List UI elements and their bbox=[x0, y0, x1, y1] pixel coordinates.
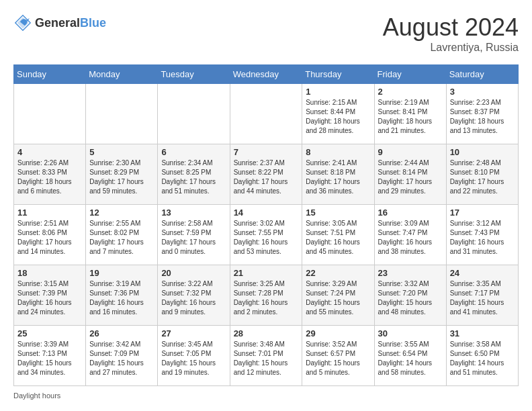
day-number: 1 bbox=[306, 87, 370, 97]
calendar-week-row: 4Sunrise: 2:26 AM Sunset: 8:33 PM Daylig… bbox=[14, 144, 519, 205]
day-info: Sunrise: 2:55 AM Sunset: 8:02 PM Dayligh… bbox=[89, 219, 154, 257]
footer-note: Daylight hours bbox=[13, 392, 60, 400]
day-number: 2 bbox=[378, 87, 443, 97]
calendar-cell: 19Sunrise: 3:19 AM Sunset: 7:36 PM Dayli… bbox=[86, 265, 158, 326]
calendar-day-header: Tuesday bbox=[158, 65, 230, 84]
day-info: Sunrise: 2:26 AM Sunset: 8:33 PM Dayligh… bbox=[17, 158, 82, 196]
day-info: Sunrise: 2:30 AM Sunset: 8:29 PM Dayligh… bbox=[89, 158, 154, 196]
calendar-cell: 1Sunrise: 2:15 AM Sunset: 8:44 PM Daylig… bbox=[302, 84, 374, 144]
logo-icon bbox=[13, 13, 32, 32]
calendar-week-row: 18Sunrise: 3:15 AM Sunset: 7:39 PM Dayli… bbox=[14, 265, 519, 326]
day-number: 21 bbox=[234, 268, 299, 278]
calendar-cell: 7Sunrise: 2:37 AM Sunset: 8:22 PM Daylig… bbox=[230, 144, 302, 205]
calendar-cell: 26Sunrise: 3:42 AM Sunset: 7:09 PM Dayli… bbox=[86, 326, 158, 386]
calendar-cell: 20Sunrise: 3:22 AM Sunset: 7:32 PM Dayli… bbox=[158, 265, 230, 326]
day-info: Sunrise: 2:23 AM Sunset: 8:37 PM Dayligh… bbox=[450, 98, 515, 136]
calendar-week-row: 25Sunrise: 3:39 AM Sunset: 7:13 PM Dayli… bbox=[14, 326, 519, 386]
day-number: 9 bbox=[378, 147, 443, 157]
day-info: Sunrise: 3:42 AM Sunset: 7:09 PM Dayligh… bbox=[89, 340, 154, 377]
calendar-cell bbox=[14, 84, 86, 144]
day-number: 22 bbox=[306, 268, 370, 278]
calendar-cell bbox=[230, 84, 302, 144]
day-info: Sunrise: 3:05 AM Sunset: 7:51 PM Dayligh… bbox=[306, 219, 370, 257]
calendar-cell: 8Sunrise: 2:41 AM Sunset: 8:18 PM Daylig… bbox=[302, 144, 374, 205]
day-info: Sunrise: 3:48 AM Sunset: 7:01 PM Dayligh… bbox=[234, 340, 299, 377]
calendar-cell: 23Sunrise: 3:32 AM Sunset: 7:20 PM Dayli… bbox=[374, 265, 446, 326]
day-info: Sunrise: 3:55 AM Sunset: 6:54 PM Dayligh… bbox=[378, 340, 443, 377]
day-number: 19 bbox=[89, 268, 154, 278]
calendar-cell: 25Sunrise: 3:39 AM Sunset: 7:13 PM Dayli… bbox=[14, 326, 86, 386]
day-number: 13 bbox=[161, 208, 226, 218]
calendar-cell: 2Sunrise: 2:19 AM Sunset: 8:41 PM Daylig… bbox=[374, 84, 446, 144]
calendar-cell bbox=[158, 84, 230, 144]
day-info: Sunrise: 3:02 AM Sunset: 7:55 PM Dayligh… bbox=[234, 219, 299, 257]
day-number: 6 bbox=[161, 147, 226, 157]
day-info: Sunrise: 2:19 AM Sunset: 8:41 PM Dayligh… bbox=[378, 98, 443, 136]
day-number: 8 bbox=[306, 147, 370, 157]
calendar-week-row: 1Sunrise: 2:15 AM Sunset: 8:44 PM Daylig… bbox=[14, 84, 519, 144]
day-number: 26 bbox=[89, 328, 154, 338]
calendar-cell: 21Sunrise: 3:25 AM Sunset: 7:28 PM Dayli… bbox=[230, 265, 302, 326]
calendar-cell: 16Sunrise: 3:09 AM Sunset: 7:47 PM Dayli… bbox=[374, 205, 446, 265]
day-info: Sunrise: 2:41 AM Sunset: 8:18 PM Dayligh… bbox=[306, 158, 370, 196]
calendar-cell: 13Sunrise: 2:58 AM Sunset: 7:59 PM Dayli… bbox=[158, 205, 230, 265]
calendar-cell: 9Sunrise: 2:44 AM Sunset: 8:14 PM Daylig… bbox=[374, 144, 446, 205]
day-info: Sunrise: 3:45 AM Sunset: 7:05 PM Dayligh… bbox=[161, 340, 226, 377]
day-number: 31 bbox=[450, 328, 515, 338]
day-number: 12 bbox=[89, 208, 154, 218]
day-info: Sunrise: 3:12 AM Sunset: 7:43 PM Dayligh… bbox=[450, 219, 515, 257]
day-info: Sunrise: 3:25 AM Sunset: 7:28 PM Dayligh… bbox=[234, 279, 299, 317]
day-info: Sunrise: 3:35 AM Sunset: 7:17 PM Dayligh… bbox=[450, 279, 515, 317]
day-info: Sunrise: 2:58 AM Sunset: 7:59 PM Dayligh… bbox=[161, 219, 226, 257]
calendar-cell: 4Sunrise: 2:26 AM Sunset: 8:33 PM Daylig… bbox=[14, 144, 86, 205]
calendar-day-header: Sunday bbox=[14, 65, 86, 84]
day-info: Sunrise: 3:58 AM Sunset: 6:50 PM Dayligh… bbox=[450, 340, 515, 377]
calendar-cell bbox=[86, 84, 158, 144]
day-number: 5 bbox=[89, 147, 154, 157]
calendar-cell: 29Sunrise: 3:52 AM Sunset: 6:57 PM Dayli… bbox=[302, 326, 374, 386]
calendar-cell: 31Sunrise: 3:58 AM Sunset: 6:50 PM Dayli… bbox=[446, 326, 518, 386]
calendar-cell: 12Sunrise: 2:55 AM Sunset: 8:02 PM Dayli… bbox=[86, 205, 158, 265]
day-info: Sunrise: 2:44 AM Sunset: 8:14 PM Dayligh… bbox=[378, 158, 443, 196]
month-year-title: August 2024 bbox=[383, 13, 519, 42]
calendar-cell: 6Sunrise: 2:34 AM Sunset: 8:25 PM Daylig… bbox=[158, 144, 230, 205]
day-number: 27 bbox=[161, 328, 226, 338]
day-number: 18 bbox=[17, 268, 82, 278]
calendar-cell: 14Sunrise: 3:02 AM Sunset: 7:55 PM Dayli… bbox=[230, 205, 302, 265]
day-info: Sunrise: 2:51 AM Sunset: 8:06 PM Dayligh… bbox=[17, 219, 82, 257]
logo: General Blue bbox=[13, 13, 106, 32]
day-info: Sunrise: 3:22 AM Sunset: 7:32 PM Dayligh… bbox=[161, 279, 226, 317]
day-number: 20 bbox=[161, 268, 226, 278]
calendar-cell: 30Sunrise: 3:55 AM Sunset: 6:54 PM Dayli… bbox=[374, 326, 446, 386]
day-info: Sunrise: 3:29 AM Sunset: 7:24 PM Dayligh… bbox=[306, 279, 370, 317]
calendar-day-header: Thursday bbox=[302, 65, 374, 84]
day-info: Sunrise: 2:34 AM Sunset: 8:25 PM Dayligh… bbox=[161, 158, 226, 196]
day-info: Sunrise: 2:15 AM Sunset: 8:44 PM Dayligh… bbox=[306, 98, 370, 136]
calendar-day-header: Friday bbox=[374, 65, 446, 84]
calendar-day-header: Monday bbox=[86, 65, 158, 84]
logo-general-text: General bbox=[35, 16, 80, 30]
day-number: 14 bbox=[234, 208, 299, 218]
day-number: 29 bbox=[306, 328, 370, 338]
day-info: Sunrise: 3:39 AM Sunset: 7:13 PM Dayligh… bbox=[17, 340, 82, 377]
calendar-cell: 17Sunrise: 3:12 AM Sunset: 7:43 PM Dayli… bbox=[446, 205, 518, 265]
calendar-day-header: Wednesday bbox=[230, 65, 302, 84]
day-number: 15 bbox=[306, 208, 370, 218]
logo-blue-text: Blue bbox=[80, 16, 106, 30]
day-info: Sunrise: 3:19 AM Sunset: 7:36 PM Dayligh… bbox=[89, 279, 154, 317]
day-info: Sunrise: 2:37 AM Sunset: 8:22 PM Dayligh… bbox=[234, 158, 299, 196]
day-number: 16 bbox=[378, 208, 443, 218]
calendar-header-row: SundayMondayTuesdayWednesdayThursdayFrid… bbox=[14, 65, 519, 84]
calendar-week-row: 11Sunrise: 2:51 AM Sunset: 8:06 PM Dayli… bbox=[14, 205, 519, 265]
day-number: 11 bbox=[17, 208, 82, 218]
calendar-cell: 22Sunrise: 3:29 AM Sunset: 7:24 PM Dayli… bbox=[302, 265, 374, 326]
calendar-cell: 3Sunrise: 2:23 AM Sunset: 8:37 PM Daylig… bbox=[446, 84, 518, 144]
day-number: 3 bbox=[450, 87, 515, 97]
day-info: Sunrise: 3:32 AM Sunset: 7:20 PM Dayligh… bbox=[378, 279, 443, 317]
calendar-cell: 5Sunrise: 2:30 AM Sunset: 8:29 PM Daylig… bbox=[86, 144, 158, 205]
calendar-cell: 28Sunrise: 3:48 AM Sunset: 7:01 PM Dayli… bbox=[230, 326, 302, 386]
calendar-cell: 18Sunrise: 3:15 AM Sunset: 7:39 PM Dayli… bbox=[14, 265, 86, 326]
day-number: 17 bbox=[450, 208, 515, 218]
calendar-cell: 24Sunrise: 3:35 AM Sunset: 7:17 PM Dayli… bbox=[446, 265, 518, 326]
calendar-cell: 15Sunrise: 3:05 AM Sunset: 7:51 PM Dayli… bbox=[302, 205, 374, 265]
